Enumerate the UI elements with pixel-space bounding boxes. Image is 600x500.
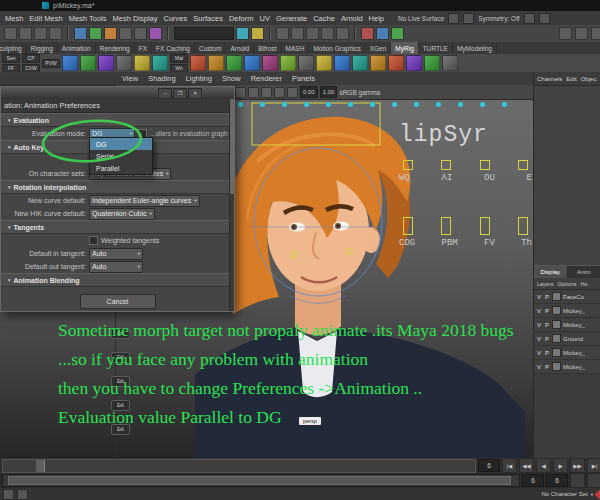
rig-picker-dot[interactable]	[502, 102, 507, 107]
shelf-tab-fx-caching[interactable]: FX Caching	[152, 42, 195, 54]
phoneme-marker[interactable]	[403, 217, 413, 235]
shelf-tab-custom[interactable]: Custom	[195, 42, 226, 54]
rig-picker-dot[interactable]	[304, 102, 309, 107]
keying-icon[interactable]	[291, 27, 304, 40]
rig-picker-dot[interactable]	[326, 102, 331, 107]
step-back-key-button[interactable]: ◀◀	[519, 458, 534, 473]
shelf-tab-xgen[interactable]: XGen	[366, 42, 392, 54]
shelf-icon[interactable]	[442, 55, 458, 71]
light-editor-icon[interactable]	[391, 27, 404, 40]
phoneme-marker[interactable]	[518, 160, 528, 170]
menu-generate[interactable]: Generate	[276, 14, 307, 23]
preferences-titlebar[interactable]: – ❐ ✕	[1, 87, 234, 99]
layer-row[interactable]: V P Mickey_	[534, 304, 600, 318]
shelf-tab-rigging[interactable]: Rigging	[27, 42, 58, 54]
layer-visibility-toggle[interactable]: V	[536, 350, 542, 356]
shelf-icon[interactable]	[406, 55, 422, 71]
safe-action-icon[interactable]	[274, 87, 285, 98]
scene-save-icon[interactable]	[34, 27, 47, 40]
menu-mesh-tools[interactable]: Mesh Tools	[69, 14, 107, 23]
menu-surfaces[interactable]: Surfaces	[193, 14, 223, 23]
shelf-tab-fx[interactable]: FX	[135, 42, 152, 54]
shelf-icon[interactable]	[316, 55, 332, 71]
render-icon[interactable]	[236, 27, 249, 40]
field-chart-icon[interactable]	[261, 87, 272, 98]
tab-display-layers[interactable]: Display	[534, 266, 568, 278]
shelf-icon[interactable]	[424, 55, 440, 71]
layer-playback-toggle[interactable]: P	[544, 364, 550, 370]
select-object-icon[interactable]	[89, 27, 102, 40]
shelf-icon[interactable]	[116, 55, 132, 71]
shelf-tab-mash[interactable]: MASH	[282, 42, 310, 54]
scene-new-icon[interactable]	[4, 27, 17, 40]
rig-picker-dot[interactable]	[238, 102, 243, 107]
minimize-icon[interactable]: –	[158, 88, 172, 99]
panel-menu-show[interactable]: Show	[222, 74, 241, 83]
shelf-icon[interactable]	[334, 55, 350, 71]
sidebar-tool-icon[interactable]	[591, 27, 600, 40]
layer-name[interactable]: Mickey_	[563, 364, 585, 370]
default-in-tangent-dropdown[interactable]: Auto ▾	[89, 248, 143, 260]
shelf-icon[interactable]	[226, 55, 242, 71]
safe-title-icon[interactable]	[287, 87, 298, 98]
object-menu[interactable]: Objec	[581, 76, 597, 82]
character-set-selector[interactable]: No Character Set	[541, 491, 587, 497]
shelf-icon[interactable]	[134, 55, 150, 71]
current-frame-field[interactable]: 6	[478, 459, 500, 472]
maximize-icon[interactable]: ❐	[173, 88, 187, 99]
shelf-tab-mymodeling[interactable]: MyModeling	[453, 42, 497, 54]
menu-arnold[interactable]: Arnold	[341, 14, 363, 23]
layer-visibility-toggle[interactable]: V	[536, 294, 542, 300]
render-settings-icon[interactable]	[361, 27, 374, 40]
menu-edit-mesh[interactable]: Edit Mesh	[29, 14, 62, 23]
shelf-chip-button[interactable]: CP	[22, 54, 40, 63]
auto-key-toggle-icon[interactable]	[570, 473, 585, 488]
menu-item-dg[interactable]: DG	[90, 138, 152, 150]
shelf-icon[interactable]	[280, 55, 296, 71]
scene-open-icon[interactable]	[19, 27, 32, 40]
shelf-icon[interactable]	[370, 55, 386, 71]
shelf-icon[interactable]	[352, 55, 368, 71]
current-frame-marker[interactable]	[36, 460, 45, 472]
layer-visibility-toggle[interactable]: V	[536, 336, 542, 342]
layer-row[interactable]: V P FaceCo	[534, 290, 600, 304]
rig-picker-dot[interactable]	[260, 102, 265, 107]
layer-playback-toggle[interactable]: P	[544, 308, 550, 314]
options-menu[interactable]: Options	[558, 281, 577, 287]
snap-grid-icon[interactable]	[119, 27, 132, 40]
layers-menu[interactable]: Layers	[537, 281, 554, 287]
layer-name[interactable]: FaceCo	[563, 294, 584, 300]
edit-button[interactable]: Edt	[111, 352, 130, 363]
section-animation-blending[interactable]: ▾ Animation Blending	[1, 273, 234, 287]
menu-mesh-display[interactable]: Mesh Display	[113, 14, 158, 23]
layer-row[interactable]: V P Mickey_	[534, 360, 600, 374]
edit-button[interactable]: Edt	[111, 424, 130, 435]
play-forward-button[interactable]: ▶	[553, 458, 568, 473]
panel-menu-renderer[interactable]: Renderer	[251, 74, 282, 83]
srgb-gamma-label[interactable]: sRGB gamma	[339, 89, 380, 96]
section-evaluation[interactable]: ▾ Evaluation	[1, 113, 234, 127]
snap-curve-icon[interactable]	[134, 27, 147, 40]
command-line-icon[interactable]	[17, 489, 28, 500]
resolution-gate-icon[interactable]	[235, 87, 246, 98]
playback-icon[interactable]	[306, 27, 319, 40]
shelf-tab-bifrost[interactable]: Bifrost	[254, 42, 281, 54]
shelf-tab-animation[interactable]: Animation	[58, 42, 96, 54]
layer-name[interactable]: Ground	[563, 336, 583, 342]
construction-history-icon[interactable]	[276, 27, 289, 40]
layer-row[interactable]: V P Mickey_	[534, 346, 600, 360]
edit-menu[interactable]: Edit	[566, 76, 576, 82]
rig-picker-dot[interactable]	[370, 102, 375, 107]
snap-point-icon[interactable]	[149, 27, 162, 40]
step-forward-key-button[interactable]: ▶▶	[570, 458, 585, 473]
select-hierarchy-icon[interactable]	[74, 27, 87, 40]
shelf-icon[interactable]	[190, 55, 206, 71]
layer-color-swatch[interactable]	[552, 306, 561, 315]
shelf-tab-arnold[interactable]: Arnold	[226, 42, 254, 54]
new-curve-dropdown[interactable]: Independent Euler-angle curves ▾	[89, 195, 200, 207]
layer-row[interactable]: V P Ground	[534, 332, 600, 346]
options-icon[interactable]	[539, 13, 550, 24]
shelf-tab-turtle[interactable]: TURTLE	[419, 42, 453, 54]
rig-picker-dot[interactable]	[392, 102, 397, 107]
menu-help[interactable]: Help	[369, 14, 384, 23]
